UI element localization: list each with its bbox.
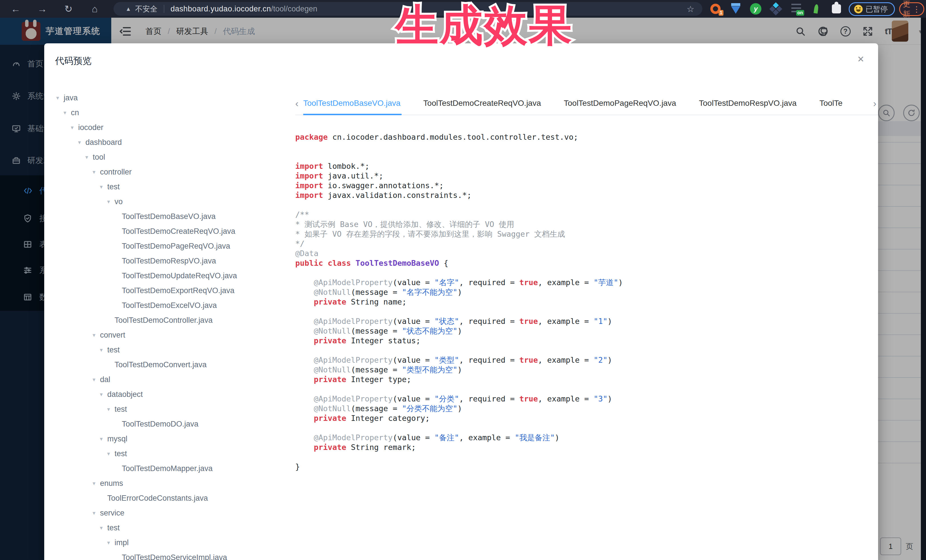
bookmark-star-icon[interactable]: ☆ [687, 2, 694, 16]
tree-caret-icon[interactable]: ▾ [107, 198, 115, 205]
tree-folder[interactable]: ▾test [44, 402, 295, 417]
code-preview-dialog: 代码预览 ✕ ▾java▾cn▾iocoder▾dashboard▾tool▾c… [44, 43, 878, 560]
tree-file[interactable]: ToolTestDemoMapper.java [44, 461, 295, 476]
file-tree: ▾java▾cn▾iocoder▾dashboard▾tool▾controll… [44, 91, 295, 560]
tree-folder[interactable]: ▾dataobject [44, 387, 295, 402]
tree-file[interactable]: ToolTestDemoConvert.java [44, 357, 295, 372]
reload-icon[interactable]: ↻ [60, 0, 77, 18]
list-icon[interactable]: on [790, 3, 802, 15]
sprout-icon[interactable] [810, 3, 822, 15]
scrollbar[interactable] [921, 18, 926, 560]
forward-icon[interactable]: → [33, 0, 51, 18]
tabs-scroll-left-icon[interactable]: ‹ [295, 92, 298, 115]
tree-file[interactable]: ToolTestDemoBaseVO.java [44, 209, 295, 224]
tree-caret-icon[interactable]: ▾ [107, 450, 115, 457]
tree-caret-icon[interactable]: ▾ [85, 154, 93, 160]
tree-file[interactable]: ToolTestDemoExportReqVO.java [44, 283, 295, 298]
extensions-strip: 1yon [708, 0, 844, 18]
tree-caret-icon[interactable]: ▾ [107, 406, 115, 413]
tree-caret-icon[interactable]: ▾ [71, 124, 78, 131]
tree-file[interactable]: ToolTestDemoRespVO.java [44, 254, 295, 268]
tree-caret-icon[interactable]: ▾ [93, 376, 100, 383]
tree-node-label: service [100, 509, 125, 518]
tree-folder[interactable]: ▾enums [44, 476, 295, 491]
close-icon[interactable]: ✕ [857, 54, 864, 64]
tree-folder[interactable]: ▾impl [44, 535, 295, 550]
tree-folder[interactable]: ▾test [44, 446, 295, 461]
tree-caret-icon[interactable]: ▾ [93, 480, 100, 487]
tab-file-2[interactable]: ToolTestDemoPageReqVO.java [564, 92, 676, 115]
green-y-icon[interactable]: y [749, 3, 762, 15]
code-line: @Data [295, 249, 877, 258]
tab-file-3[interactable]: ToolTestDemoRespVO.java [699, 92, 796, 115]
tree-node-label: controller [100, 168, 132, 177]
tree-folder[interactable]: ▾test [44, 180, 295, 194]
tree-folder[interactable]: ▾service [44, 506, 295, 520]
update-label: 更新 [903, 0, 912, 19]
gem-icon[interactable] [729, 3, 742, 15]
puzzle-icon[interactable] [830, 3, 843, 15]
code-line: @ApiModelProperty(value = "分类", required… [295, 394, 877, 404]
tree-folder[interactable]: ▾dashboard [44, 135, 295, 150]
tree-caret-icon[interactable]: ▾ [100, 346, 107, 353]
tree-file[interactable]: ToolTestDemoCreateReqVO.java [44, 224, 295, 238]
tree-file[interactable]: ToolTestDemoDO.java [44, 417, 295, 432]
tree-file[interactable]: ToolTestDemoExcelVO.java [44, 298, 295, 313]
tree-caret-icon[interactable]: ▾ [107, 539, 115, 546]
tree-caret-icon[interactable]: ▾ [100, 183, 107, 190]
ublock-icon[interactable]: 1 [709, 3, 722, 15]
tree-folder[interactable]: ▾tool [44, 150, 295, 165]
file-tabs: ToolTestDemoBaseVO.javaToolTestDemoCreat… [303, 92, 870, 115]
tree-caret-icon[interactable]: ▾ [78, 139, 86, 146]
url-host[interactable]: dashboard.yudao.iocoder.cn [171, 5, 271, 14]
diamond-grid-icon[interactable] [770, 3, 782, 15]
code-line: @ApiModelProperty(value = "备注", example … [295, 433, 877, 442]
emoji-face-icon [854, 5, 862, 14]
annotation-text: 生成效果 [395, 0, 573, 55]
tree-node-label: iocoder [78, 123, 104, 132]
tree-caret-icon[interactable]: ▾ [93, 510, 100, 516]
paused-extension-pill[interactable]: 已暂停 [849, 2, 895, 16]
tab-file-4[interactable]: ToolTe [819, 92, 843, 115]
url-path[interactable]: /tool/codegen [271, 5, 317, 14]
tabs-scroll-right-icon[interactable]: › [873, 92, 876, 115]
tree-file[interactable]: ToolTestDemoUpdateReqVO.java [44, 268, 295, 283]
tree-folder[interactable]: ▾dal [44, 372, 295, 387]
code-line [295, 268, 877, 278]
home-icon[interactable]: ⌂ [86, 0, 104, 18]
tree-folder[interactable]: ▾controller [44, 165, 295, 180]
tree-node-label: ToolTestDemoUpdateReqVO.java [122, 272, 237, 280]
code-line: private Integer status; [295, 336, 877, 346]
tree-node-label: test [115, 449, 127, 458]
tree-file[interactable]: ToolErrorCodeConstants.java [44, 491, 295, 506]
tab-file-1[interactable]: ToolTestDemoCreateReqVO.java [423, 92, 541, 115]
tree-folder[interactable]: ▾convert [44, 328, 295, 343]
tree-folder[interactable]: ▾vo [44, 194, 295, 209]
tree-folder[interactable]: ▾iocoder [44, 120, 295, 135]
kebab-menu-icon[interactable]: ⋮ [912, 5, 921, 14]
update-button[interactable]: 更新 ⋮ [899, 2, 924, 16]
tree-folder[interactable]: ▾java [44, 91, 295, 105]
code-line: */ [295, 239, 877, 249]
tree-node-label: test [107, 346, 120, 355]
tab-file-0[interactable]: ToolTestDemoBaseVO.java [303, 92, 401, 115]
tree-caret-icon[interactable]: ▾ [100, 391, 107, 398]
tree-folder[interactable]: ▾cn [44, 105, 295, 120]
tree-caret-icon[interactable]: ▾ [93, 332, 100, 338]
tree-file[interactable]: ToolTestDemoServiceImpl.java [44, 550, 295, 560]
tree-caret-icon[interactable]: ▾ [100, 435, 107, 442]
tree-folder[interactable]: ▾test [44, 343, 295, 357]
tree-caret-icon[interactable]: ▾ [100, 524, 107, 531]
tree-file[interactable]: ToolTestDemoController.java [44, 313, 295, 328]
tree-file[interactable]: ToolTestDemoPageReqVO.java [44, 238, 295, 254]
screenshot-stage: 芋道管理系统 首页 / 研发工具 / 代码生成 ? [0, 0, 926, 560]
tree-folder[interactable]: ▾test [44, 520, 295, 535]
back-icon[interactable]: ← [7, 0, 24, 18]
tree-caret-icon[interactable]: ▾ [93, 169, 100, 175]
tree-caret-icon[interactable]: ▾ [56, 94, 64, 101]
code-line [295, 452, 877, 462]
code-line: @NotNull(message = "类型不能为空") [295, 365, 877, 375]
tree-folder[interactable]: ▾mysql [44, 432, 295, 446]
tree-caret-icon[interactable]: ▾ [64, 109, 71, 116]
not-secure-label[interactable]: 不安全 [135, 4, 157, 14]
